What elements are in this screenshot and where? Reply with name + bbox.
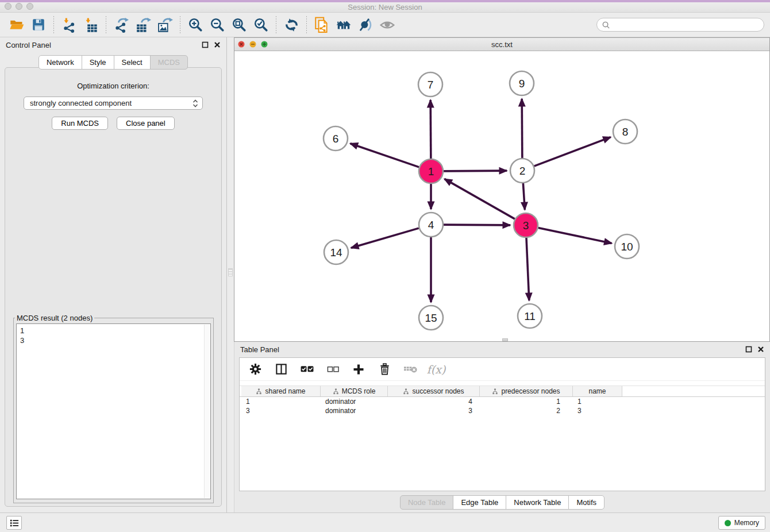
table-cell: 1 <box>573 398 622 406</box>
table-cell: 3 <box>388 407 480 415</box>
mcds-result-text[interactable]: 1 3 <box>16 323 211 499</box>
delete-table-button[interactable] <box>403 362 418 377</box>
create-column-button[interactable] <box>351 362 366 377</box>
vertical-splitter-grip[interactable] <box>228 268 233 276</box>
select-chevrons-icon <box>192 99 199 108</box>
delete-table-icon <box>403 362 418 376</box>
zoom-out-button[interactable] <box>206 14 228 35</box>
search-box[interactable] <box>596 18 764 32</box>
graph-edge-3-10[interactable] <box>538 228 612 244</box>
toolbar-separator <box>306 16 307 33</box>
close-panel-icon[interactable] <box>757 346 764 353</box>
table-settings-button[interactable] <box>248 362 263 377</box>
window-title: Session: New Session <box>0 3 770 11</box>
tab-style[interactable]: Style <box>82 55 114 70</box>
table-cell: 1 <box>241 398 321 406</box>
delete-column-button[interactable] <box>377 362 392 377</box>
graph-edge-4-14[interactable] <box>351 228 419 248</box>
search-input[interactable] <box>613 20 764 30</box>
control-panel-tabs: Network Style Select MCDS <box>0 55 226 70</box>
tree-icon <box>256 388 262 395</box>
open-session-button[interactable] <box>6 14 28 35</box>
gear-icon <box>249 363 262 376</box>
save-session-button[interactable] <box>28 14 49 35</box>
graph-node-label: 7 <box>428 79 434 91</box>
table-row[interactable]: 1dominator411 <box>240 397 765 406</box>
graph-node-label: 6 <box>333 133 339 145</box>
refresh-layout-button[interactable] <box>280 14 302 35</box>
graph-edge-3-1[interactable] <box>444 179 514 219</box>
table-cell: 3 <box>241 407 321 415</box>
float-panel-icon[interactable] <box>202 41 209 48</box>
graph-node-label: 2 <box>519 165 526 177</box>
graph-edge-2-3[interactable] <box>523 183 525 210</box>
show-all-columns-button[interactable] <box>299 362 314 377</box>
result-scrollbar[interactable] <box>204 325 210 498</box>
clone-network-icon <box>314 17 330 33</box>
unchecked-boxes-icon <box>326 363 340 376</box>
export-image-button[interactable] <box>154 14 176 35</box>
tab-network-table[interactable]: Network Table <box>506 495 569 510</box>
table-panel-header: Table Panel <box>234 342 770 357</box>
column-header[interactable]: successor nodes <box>388 386 480 396</box>
houses-icon <box>336 17 352 33</box>
column-header[interactable]: name <box>573 386 622 396</box>
memory-button[interactable]: Memory <box>718 516 765 530</box>
network-view-window: scc.txt 1234678910111415 <box>234 37 770 342</box>
hide-selected-button[interactable] <box>355 14 376 35</box>
table-cell: 3 <box>573 407 622 415</box>
zoom-selected-button[interactable] <box>250 14 272 35</box>
network-graph[interactable]: 1234678910111415 <box>234 51 769 341</box>
window-titlebar: Session: New Session <box>0 0 770 13</box>
run-mcds-button[interactable]: Run MCDS <box>52 117 108 130</box>
close-panel-button[interactable]: Close panel <box>117 117 175 130</box>
clone-network-button[interactable] <box>311 14 333 35</box>
toolbar-separator <box>53 16 54 33</box>
graph-edge-2-9[interactable] <box>522 99 522 158</box>
network-canvas[interactable]: 1234678910111415 <box>234 51 769 341</box>
zoom-in-button[interactable] <box>184 14 206 35</box>
task-history-button[interactable] <box>6 516 22 530</box>
zoom-out-icon <box>210 17 225 32</box>
graph-edge-4-3[interactable] <box>444 225 510 225</box>
tab-mcds[interactable]: MCDS <box>150 55 188 70</box>
list-icon <box>10 519 19 527</box>
trash-icon <box>378 363 391 376</box>
graph-edge-2-8[interactable] <box>534 137 611 167</box>
graph-edge-1-2[interactable] <box>444 171 507 171</box>
column-header[interactable]: MCDS role <box>321 386 388 396</box>
export-network-button[interactable] <box>110 14 132 35</box>
export-network-icon <box>114 17 129 33</box>
show-eye-icon <box>379 17 395 33</box>
show-all-button[interactable] <box>376 14 398 35</box>
graph-edge-1-7[interactable] <box>430 100 431 159</box>
toggle-panel-mode-button[interactable] <box>274 362 288 377</box>
mcds-tab-content: Optimization criterion: strongly connect… <box>5 67 222 507</box>
table-header-row: shared nameMCDS rolesuccessor nodesprede… <box>240 385 765 397</box>
column-header[interactable]: shared name <box>241 386 321 396</box>
first-neighbors-button[interactable] <box>333 14 355 35</box>
hide-all-columns-button[interactable] <box>325 362 340 377</box>
tab-select[interactable]: Select <box>114 55 151 70</box>
export-table-button[interactable] <box>132 14 154 35</box>
column-header[interactable]: predecessor nodes <box>480 386 573 396</box>
graph-edge-1-6[interactable] <box>351 144 419 167</box>
import-network-button[interactable] <box>58 14 80 35</box>
zoom-fit-button[interactable] <box>228 14 250 35</box>
float-panel-icon[interactable] <box>745 346 752 353</box>
tab-node-table[interactable]: Node Table <box>400 495 454 510</box>
network-window-titlebar[interactable]: scc.txt <box>234 38 769 51</box>
mcds-result-box: MCDS result (2 nodes) 1 3 <box>13 314 214 503</box>
table-row[interactable]: 3dominator323 <box>240 406 765 415</box>
tab-motifs[interactable]: Motifs <box>568 495 605 510</box>
graph-edge-3-11[interactable] <box>526 238 529 300</box>
save-icon <box>31 17 46 32</box>
zoom-fit-icon <box>232 17 247 32</box>
close-panel-icon[interactable] <box>214 41 221 48</box>
function-builder-button[interactable]: f(x) <box>429 362 444 377</box>
import-table-button[interactable] <box>80 14 102 35</box>
tab-network[interactable]: Network <box>38 55 82 70</box>
criterion-select[interactable]: strongly connected component <box>24 97 203 110</box>
tab-edge-table[interactable]: Edge Table <box>453 495 506 510</box>
horizontal-splitter-grip[interactable] <box>502 338 508 341</box>
